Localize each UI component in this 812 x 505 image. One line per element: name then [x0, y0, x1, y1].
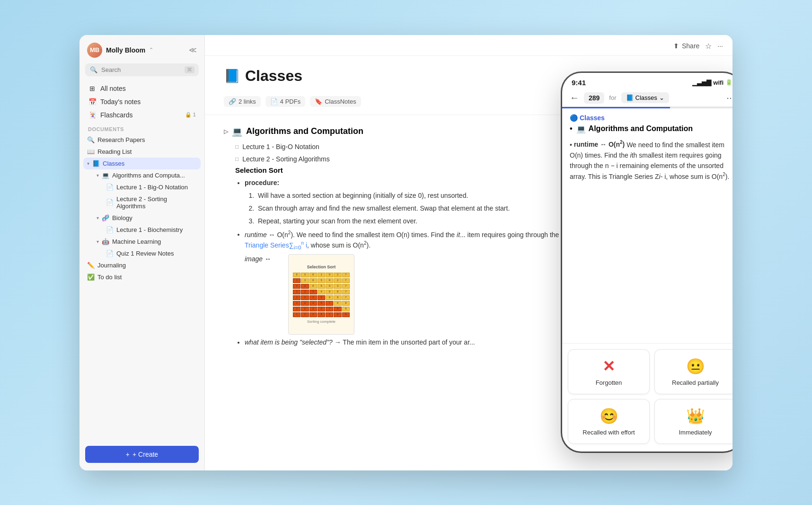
search-icon: 🔍: [90, 66, 97, 73]
selection-sort-image: Selection Sort 5381927 1385927 1285937 1…: [288, 254, 354, 335]
flashcard-forgotten[interactable]: ✕ Forgotten: [568, 349, 650, 394]
sidebar-item-classes[interactable]: ▾ 📘 Classes: [83, 158, 201, 169]
phone-content: • 💻 Algorithms and Computation • runtime…: [562, 124, 733, 343]
flashcard-immediately[interactable]: 👑 Immediately: [654, 399, 733, 444]
search-input[interactable]: [101, 66, 181, 73]
user-name: Molly Bloom: [106, 46, 145, 54]
phone-status-bar: 9:41 ▁▃▅▇ wifi 🔋: [562, 73, 733, 89]
classes-icon: 📘: [92, 160, 100, 167]
sidebar-item-lecture1-bio[interactable]: 📄 Lecture 1 - Biochemistry: [83, 224, 201, 236]
flashcard-grid: ✕ Forgotten 😐 Recalled partially 😊 Recal…: [562, 343, 733, 452]
collapse-sidebar-icon[interactable]: ≪: [189, 45, 197, 54]
pdf-icon: 📄: [270, 98, 278, 105]
sidebar-item-algorithms[interactable]: ▾ 💻 Algorithms and Computa...: [83, 169, 201, 181]
status-icons: ▁▃▅▇ wifi 🔋: [692, 79, 733, 86]
tag-pdfs[interactable]: 📄 4 PDFs: [265, 96, 305, 107]
sidebar-item-flashcards[interactable]: 🃏 Flashcards 🔒 1: [83, 108, 201, 122]
page-icon-2: □: [235, 156, 238, 162]
phone-section-icon: •: [570, 124, 573, 133]
mobile-overlay: 9:41 ▁▃▅▇ wifi 🔋 ← 289 for 📘 Classes ⌄ ·…: [562, 73, 733, 452]
triangle-series-link[interactable]: Triangle Series∑i=0n i: [245, 241, 307, 249]
ml-icon: 🤖: [102, 238, 109, 245]
algorithms-expand-arrow: ▾: [97, 173, 99, 178]
phone-runtime-text: • runtime ↔ O(n2) We need to find the sm…: [570, 139, 733, 182]
documents-section-label: DOCUMENTS: [83, 122, 201, 134]
sidebar-nav: ⊞ All notes 📅 Today's notes 🃏 Flashcards…: [79, 82, 204, 440]
ml-expand-arrow: ▾: [97, 239, 99, 244]
today-icon: 📅: [88, 98, 97, 106]
sidebar-header: MB Molly Bloom ⌃ ≪: [79, 35, 204, 63]
nav-for-label: for: [609, 94, 616, 101]
phone-section-title: • 💻 Algorithms and Computation: [570, 124, 733, 133]
lecture1-bio-icon: 📄: [106, 226, 114, 233]
flashcards-badge: 🔒 1: [185, 112, 196, 118]
tag-links[interactable]: 🔗 2 links: [224, 96, 261, 107]
nav-counter[interactable]: 289: [584, 92, 604, 104]
all-notes-icon: ⊞: [88, 85, 97, 92]
sidebar: MB Molly Bloom ⌃ ≪ 🔍 ⌘ ⊞ All notes 📅 Tod…: [79, 35, 205, 470]
lecture2-sort-icon: 📄: [106, 199, 114, 206]
nav-doc-selector[interactable]: 📘 Classes ⌄: [621, 92, 669, 103]
create-button[interactable]: + + Create: [85, 446, 199, 463]
cmd-k-shortcut: ⌘: [185, 66, 194, 73]
sidebar-item-lecture1-bigO[interactable]: 📄 Lecture 1 - Big-O Notation: [83, 181, 201, 193]
sidebar-item-todo[interactable]: ✅ To do list: [83, 271, 201, 283]
top-bar: ⬆ Share ☆ ···: [205, 35, 733, 56]
recalled-effort-label: Recalled with effort: [583, 429, 635, 436]
back-button[interactable]: ←: [570, 92, 579, 103]
recalled-partially-label: Recalled partially: [672, 379, 719, 386]
sidebar-item-quiz1[interactable]: 📄 Quiz 1 Review Notes: [83, 248, 201, 259]
nav-doc-chevron: ⌄: [659, 94, 664, 101]
sidebar-item-journaling[interactable]: ✏️ Journaling: [83, 259, 201, 271]
battery-icon: 🔋: [725, 79, 733, 86]
immediately-label: Immediately: [679, 429, 712, 436]
wifi-icon: wifi: [713, 79, 724, 86]
share-icon: ⬆: [673, 42, 679, 50]
sidebar-item-research-papers[interactable]: 🔍 Research Papers: [83, 134, 201, 146]
flashcards-icon: 🃏: [88, 111, 97, 119]
sidebar-item-todays-notes[interactable]: 📅 Today's notes: [83, 95, 201, 108]
chevron-icon: ⌃: [149, 47, 153, 53]
lecture1-bigO-icon: 📄: [106, 184, 114, 191]
star-button[interactable]: ☆: [705, 42, 712, 51]
algorithms-icon: 💻: [102, 172, 109, 179]
phone-algorithms-icon: 💻: [576, 124, 586, 133]
research-papers-icon: 🔍: [87, 136, 95, 143]
forgotten-label: Forgotten: [596, 379, 622, 386]
page-title: Classes: [245, 67, 302, 85]
phone-more-button[interactable]: ···: [726, 92, 733, 103]
flashcard-recalled-effort[interactable]: 😊 Recalled with effort: [568, 399, 650, 444]
algorithms-emoji: 💻: [232, 126, 242, 137]
todo-icon: ✅: [87, 274, 95, 281]
share-button[interactable]: ⬆ Share: [673, 42, 699, 50]
sidebar-item-reading-list[interactable]: 📖 Reading List: [83, 146, 201, 158]
phone-time: 9:41: [572, 79, 586, 87]
more-button[interactable]: ···: [717, 42, 723, 50]
app-window: MB Molly Bloom ⌃ ≪ 🔍 ⌘ ⊞ All notes 📅 Tod…: [79, 35, 733, 470]
plus-icon: +: [126, 451, 130, 458]
immediately-icon: 👑: [686, 407, 705, 425]
forgotten-icon: ✕: [602, 357, 615, 375]
quiz1-icon: 📄: [106, 250, 114, 257]
flashcard-recalled-partially[interactable]: 😐 Recalled partially: [654, 349, 733, 394]
sidebar-item-all-notes[interactable]: ⊞ All notes: [83, 82, 201, 95]
biology-icon: 🧬: [102, 214, 109, 221]
page-icon-1: □: [235, 143, 238, 150]
nav-doc-icon: 📘: [626, 94, 634, 101]
classes-expand-arrow: ▾: [87, 161, 89, 166]
sidebar-item-machine-learning[interactable]: ▾ 🤖 Machine Learning: [83, 236, 201, 248]
recalled-effort-icon: 😊: [600, 407, 618, 425]
doc-icon: 📘: [224, 68, 240, 84]
biology-expand-arrow: ▾: [97, 215, 99, 221]
search-bar[interactable]: 🔍 ⌘: [85, 63, 199, 76]
avatar: MB: [87, 43, 102, 58]
journaling-icon: ✏️: [87, 262, 95, 269]
user-info[interactable]: MB Molly Bloom ⌃: [87, 43, 153, 58]
link-icon: 🔗: [229, 98, 236, 105]
tag-classnotes[interactable]: 🔖 ClassNotes: [310, 96, 361, 107]
sidebar-item-lecture2-sort[interactable]: 📄 Lecture 2 - Sorting Algorithms: [83, 193, 201, 212]
sidebar-item-biology[interactable]: ▾ 🧬 Biology: [83, 212, 201, 224]
collapse-section-arrow[interactable]: ▷: [224, 128, 228, 135]
phone-breadcrumb[interactable]: 🔵 Classes: [562, 108, 733, 124]
recalled-partially-icon: 😐: [686, 357, 705, 375]
